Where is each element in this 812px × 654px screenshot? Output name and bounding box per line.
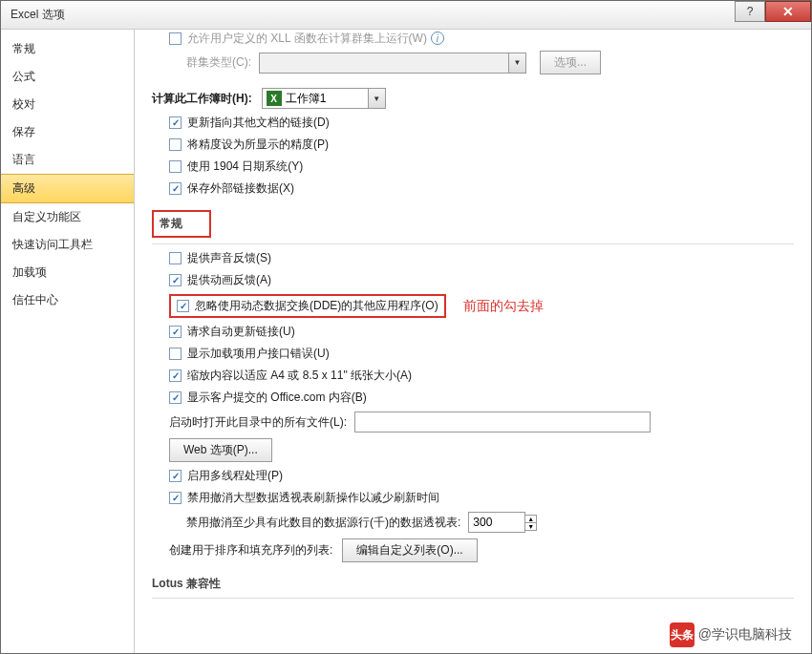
info-icon: i bbox=[431, 32, 444, 45]
titlebar: Excel 选项 ? ✕ bbox=[1, 1, 811, 30]
red-highlight-box: 忽略使用动态数据交换(DDE)的其他应用程序(O) bbox=[169, 294, 446, 318]
checkbox[interactable] bbox=[169, 182, 182, 195]
sidebar-item-language[interactable]: 语言 bbox=[1, 146, 134, 174]
opt-dde-row: 忽略使用动态数据交换(DDE)的其他应用程序(O) 前面的勾去掉 bbox=[152, 294, 794, 318]
sidebar-item-proofing[interactable]: 校对 bbox=[1, 91, 134, 118]
spinner-up-icon: ▲ bbox=[525, 516, 536, 523]
startup-path-input[interactable] bbox=[354, 411, 651, 432]
checkbox[interactable] bbox=[169, 391, 182, 404]
custom-list-row: 创建用于排序和填充序列的列表: 编辑自定义列表(O)... bbox=[152, 538, 794, 562]
cluster-type-label: 群集类型(C): bbox=[186, 54, 251, 71]
opt-1904: 使用 1904 日期系统(Y) bbox=[152, 158, 794, 175]
opt-pivot-disable: 禁用撤消大型数据透视表刷新操作以减少刷新时间 bbox=[152, 490, 794, 506]
sidebar-item-advanced[interactable]: 高级 bbox=[1, 174, 134, 203]
web-options-row: Web 选项(P)... bbox=[152, 438, 794, 462]
opt-animation: 提供动画反馈(A) bbox=[152, 272, 794, 288]
dialog-body: 常规 公式 校对 保存 语言 高级 自定义功能区 快速访问工具栏 加载项 信任中… bbox=[1, 30, 811, 653]
pivot-rows-input[interactable]: 300 bbox=[468, 512, 525, 533]
red-highlight-box: 常规 bbox=[152, 210, 211, 238]
sidebar-item-formulas[interactable]: 公式 bbox=[1, 63, 134, 91]
cluster-type-dropdown[interactable] bbox=[259, 53, 526, 74]
opt-auto-update-links: 请求自动更新链接(U) bbox=[152, 324, 794, 340]
cluster-type-row: 群集类型(C): 选项... bbox=[152, 51, 794, 74]
chevron-down-icon bbox=[508, 53, 525, 73]
opt-scale-paper: 缩放内容以适应 A4 或 8.5 x 11" 纸张大小(A) bbox=[152, 368, 794, 384]
pivot-rows-row: 禁用撤消至少具有此数目的数据源行(千)的数据透视表: 300 ▲ ▼ bbox=[152, 512, 794, 533]
checkbox[interactable] bbox=[169, 32, 182, 45]
section-general: 常规 bbox=[152, 204, 794, 244]
opt-office-com: 显示客户提交的 Office.com 内容(B) bbox=[152, 390, 794, 406]
sidebar: 常规 公式 校对 保存 语言 高级 自定义功能区 快速访问工具栏 加载项 信任中… bbox=[1, 30, 135, 653]
calc-workbook-row: 计算此工作簿时(H): X 工作簿1 bbox=[152, 88, 794, 109]
opt-addin-errors: 显示加载项用户接口错误(U) bbox=[152, 346, 794, 362]
sidebar-item-customize-ribbon[interactable]: 自定义功能区 bbox=[1, 203, 134, 231]
xll-row-cut: 允许用户定义的 XLL 函数在计算群集上运行(W) i bbox=[152, 32, 794, 45]
checkbox[interactable] bbox=[169, 348, 182, 360]
sidebar-item-addins[interactable]: 加载项 bbox=[1, 259, 134, 286]
edit-custom-list-button[interactable]: 编辑自定义列表(O)... bbox=[342, 538, 477, 562]
sidebar-item-save[interactable]: 保存 bbox=[1, 118, 134, 146]
checkbox[interactable] bbox=[169, 116, 182, 129]
checkbox[interactable] bbox=[169, 470, 182, 482]
excel-icon: X bbox=[267, 91, 282, 106]
checkbox[interactable] bbox=[169, 492, 182, 504]
sidebar-item-quick-access[interactable]: 快速访问工具栏 bbox=[1, 231, 134, 259]
checkbox[interactable] bbox=[169, 160, 182, 173]
checkbox[interactable] bbox=[169, 326, 182, 338]
section-lotus: Lotus 兼容性 bbox=[152, 570, 794, 599]
chevron-down-icon bbox=[368, 89, 385, 108]
xll-label: 允许用户定义的 XLL 函数在计算群集上运行(W) bbox=[187, 32, 427, 45]
cluster-options-button[interactable]: 选项... bbox=[540, 51, 601, 74]
startup-row: 启动时打开此目录中的所有文件(L): bbox=[152, 411, 794, 432]
opt-precision: 将精度设为所显示的精度(P) bbox=[152, 137, 794, 153]
workbook-name: 工作簿1 bbox=[286, 91, 368, 107]
titlebar-buttons: ? ✕ bbox=[735, 1, 811, 22]
checkbox[interactable] bbox=[169, 252, 182, 264]
dialog-window: Excel 选项 ? ✕ 常规 公式 校对 保存 语言 高级 自定义功能区 快速… bbox=[0, 0, 812, 654]
opt-multithread: 启用多线程处理(P) bbox=[152, 468, 794, 484]
sidebar-item-general[interactable]: 常规 bbox=[1, 35, 134, 63]
help-button[interactable]: ? bbox=[735, 1, 765, 22]
checkbox-dde[interactable] bbox=[177, 300, 189, 312]
annotation-text: 前面的勾去掉 bbox=[463, 298, 544, 315]
close-button[interactable]: ✕ bbox=[765, 1, 811, 22]
opt-update-links: 更新指向其他文档的链接(D) bbox=[152, 115, 794, 131]
pivot-rows-label: 禁用撤消至少具有此数目的数据源行(千)的数据透视表: bbox=[186, 515, 460, 531]
checkbox[interactable] bbox=[169, 138, 182, 151]
spinner-down-icon: ▼ bbox=[525, 523, 536, 530]
opt-save-external: 保存外部链接数据(X) bbox=[152, 180, 794, 197]
watermark-text: @学识电脑科技 bbox=[698, 626, 792, 643]
sidebar-item-trust-center[interactable]: 信任中心 bbox=[1, 286, 134, 314]
checkbox[interactable] bbox=[169, 274, 182, 286]
toutiao-icon: 头条 bbox=[670, 622, 694, 647]
web-options-button[interactable]: Web 选项(P)... bbox=[169, 438, 272, 462]
custom-list-label: 创建用于排序和填充序列的列表: bbox=[169, 542, 332, 559]
window-title: Excel 选项 bbox=[1, 7, 65, 23]
startup-label: 启动时打开此目录中的所有文件(L): bbox=[169, 414, 347, 431]
calc-workbook-label: 计算此工作簿时(H): bbox=[152, 91, 252, 107]
watermark: 头条 @学识电脑科技 bbox=[670, 622, 792, 647]
checkbox[interactable] bbox=[169, 369, 182, 382]
workbook-dropdown[interactable]: X 工作簿1 bbox=[262, 88, 386, 109]
content-pane: 允许用户定义的 XLL 函数在计算群集上运行(W) i 群集类型(C): 选项.… bbox=[135, 30, 811, 653]
spinner-buttons[interactable]: ▲ ▼ bbox=[524, 515, 537, 531]
opt-sound: 提供声音反馈(S) bbox=[152, 250, 794, 266]
